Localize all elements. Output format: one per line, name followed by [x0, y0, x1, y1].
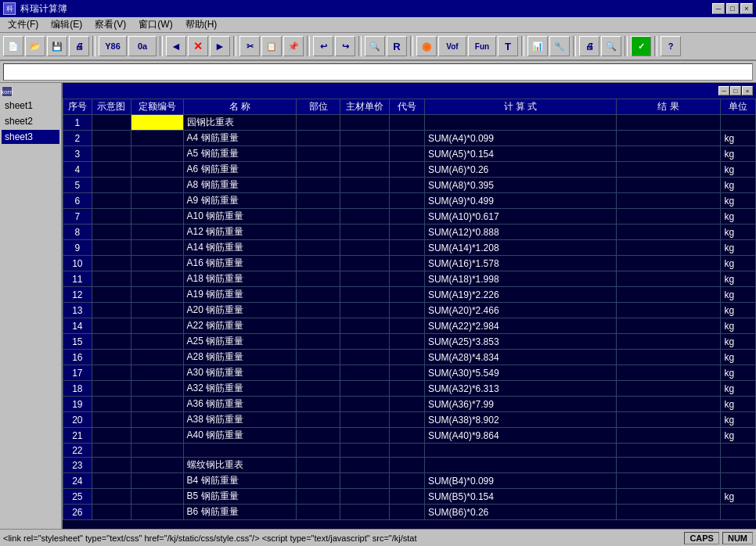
table-row[interactable]: 25B5 钢筋重量SUM(B5)*0.154kg: [63, 489, 756, 505]
cell-price[interactable]: [340, 240, 389, 256]
menu-file[interactable]: 文件(F): [2, 16, 45, 33]
maximize-button[interactable]: □: [726, 3, 739, 14]
cell-dept[interactable]: [297, 473, 340, 489]
cell-code[interactable]: [390, 209, 425, 225]
table-row[interactable]: 8A12 钢筋重量SUM(A12)*0.888kg: [63, 225, 756, 240]
cell-code[interactable]: [390, 193, 425, 209]
cell-name[interactable]: A14 钢筋重量: [183, 240, 297, 256]
cell-quota[interactable]: [131, 318, 183, 334]
cell-dept[interactable]: [297, 428, 340, 444]
paste-btn[interactable]: 📌: [283, 36, 304, 56]
cell-name[interactable]: B5 钢筋重量: [183, 489, 297, 505]
scissors-btn[interactable]: ✂: [239, 36, 260, 56]
menu-help[interactable]: 帮助(H): [179, 16, 224, 33]
new-button[interactable]: 📄: [3, 36, 23, 56]
cell-result[interactable]: [616, 458, 721, 473]
cell-dept[interactable]: [297, 318, 340, 334]
cell-code[interactable]: [390, 473, 425, 489]
cell-dept[interactable]: [297, 350, 340, 365]
cell-code[interactable]: [390, 146, 425, 162]
font-btn[interactable]: Y86: [99, 36, 127, 56]
table-row[interactable]: 7A10 钢筋重量SUM(A10)*0.617kg: [63, 209, 756, 225]
search-btn[interactable]: 🔍: [601, 36, 621, 56]
cell-quota[interactable]: [131, 131, 183, 146]
table-row[interactable]: 24B4 钢筋重量SUM(B4)*0.099: [63, 473, 756, 489]
table-row[interactable]: 16A28 钢筋重量SUM(A28)*4.834kg: [63, 350, 756, 365]
cell-name[interactable]: A10 钢筋重量: [183, 209, 297, 225]
cell-code[interactable]: [390, 428, 425, 444]
cell-result[interactable]: [616, 131, 721, 146]
sheet-tab-2[interactable]: sheet2: [2, 114, 59, 128]
cell-code[interactable]: [390, 365, 425, 381]
cell-dept[interactable]: [297, 271, 340, 287]
table-row[interactable]: 21A40 钢筋重量SUM(A40)*9.864kg: [63, 428, 756, 444]
cell-code[interactable]: [390, 489, 425, 505]
cell-code[interactable]: [390, 131, 425, 146]
table-row[interactable]: 22: [63, 444, 756, 458]
sheet-tab-1[interactable]: sheet1: [2, 99, 59, 113]
table-row[interactable]: 3A5 钢筋重量SUM(A5)*0.154kg: [63, 146, 756, 162]
cell-formula[interactable]: SUM(A5)*0.154: [424, 146, 616, 162]
cell-price[interactable]: [340, 225, 389, 240]
minimize-button[interactable]: ─: [712, 3, 725, 14]
cell-dept[interactable]: [297, 162, 340, 178]
menu-view[interactable]: 察看(V): [88, 16, 132, 33]
cell-result[interactable]: [616, 178, 721, 193]
cell-quota[interactable]: [131, 225, 183, 240]
inner-restore-btn[interactable]: □: [730, 86, 741, 95]
cell-code[interactable]: [390, 303, 425, 318]
cell-quota[interactable]: [131, 287, 183, 303]
cell-quota[interactable]: [131, 193, 183, 209]
cell-quota[interactable]: [131, 209, 183, 225]
cell-name[interactable]: 园钢比重表: [183, 115, 297, 131]
cell-price[interactable]: [340, 444, 389, 458]
cell-dept[interactable]: [297, 115, 340, 131]
format-btn[interactable]: 0a: [128, 36, 157, 56]
cell-code[interactable]: [390, 178, 425, 193]
cell-name[interactable]: A4 钢筋重量: [183, 131, 297, 146]
cell-code[interactable]: [390, 225, 425, 240]
fun-btn[interactable]: Fun: [468, 36, 496, 56]
cell-result[interactable]: [616, 350, 721, 365]
cell-price[interactable]: [340, 381, 389, 397]
cell-price[interactable]: [340, 115, 389, 131]
cell-quota[interactable]: [131, 412, 183, 428]
cell-name[interactable]: A20 钢筋重量: [183, 303, 297, 318]
cell-result[interactable]: [616, 193, 721, 209]
cell-code[interactable]: [390, 444, 425, 458]
cell-price[interactable]: [340, 428, 389, 444]
cell-formula[interactable]: [424, 444, 616, 458]
cell-result[interactable]: [616, 428, 721, 444]
vof-btn[interactable]: Vof: [438, 36, 466, 56]
cell-dept[interactable]: [297, 334, 340, 350]
cell-formula[interactable]: SUM(A25)*3.853: [424, 334, 616, 350]
cell-formula[interactable]: [424, 458, 616, 473]
cell-name[interactable]: B4 钢筋重量: [183, 473, 297, 489]
cell-result[interactable]: [616, 271, 721, 287]
cell-price[interactable]: [340, 505, 389, 520]
cell-name[interactable]: A38 钢筋重量: [183, 412, 297, 428]
cell-code[interactable]: [390, 115, 425, 131]
cell-price[interactable]: [340, 350, 389, 365]
cell-dept[interactable]: [297, 131, 340, 146]
print2-btn[interactable]: 🖨: [579, 36, 599, 56]
cell-quota[interactable]: [131, 428, 183, 444]
cell-quota[interactable]: [131, 397, 183, 412]
cell-price[interactable]: [340, 318, 389, 334]
redo-btn[interactable]: ↪: [335, 36, 355, 56]
cell-dept[interactable]: [297, 444, 340, 458]
circle-btn[interactable]: ◉: [416, 36, 437, 56]
tool-btn[interactable]: 🔧: [549, 36, 570, 56]
cell-formula[interactable]: SUM(A12)*0.888: [424, 225, 616, 240]
cell-dept[interactable]: [297, 489, 340, 505]
close-button[interactable]: ×: [740, 3, 753, 14]
formula-input[interactable]: [3, 63, 753, 81]
cell-quota[interactable]: [131, 162, 183, 178]
cell-dept[interactable]: [297, 397, 340, 412]
table-row[interactable]: 5A8 钢筋重量SUM(A8)*0.395kg: [63, 178, 756, 193]
cell-result[interactable]: [616, 256, 721, 271]
cell-formula[interactable]: SUM(A18)*1.998: [424, 271, 616, 287]
cell-result[interactable]: [616, 287, 721, 303]
cell-formula[interactable]: SUM(B4)*0.099: [424, 473, 616, 489]
cell-dept[interactable]: [297, 412, 340, 428]
